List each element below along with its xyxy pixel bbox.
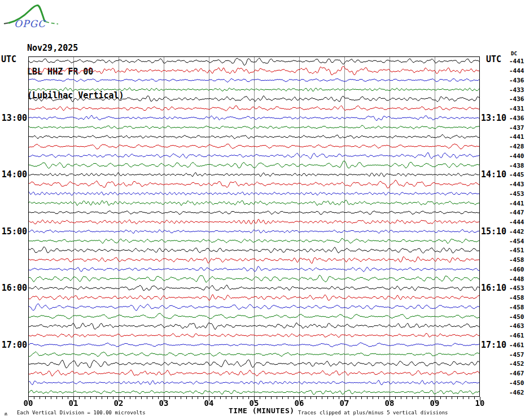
axis-tick-minor [186,397,187,399]
plot-border-top [28,56,480,57]
axis-tick-label: 00 [17,399,40,408]
dc-value: -431 [509,106,525,112]
left-time-label: 17:00 [0,340,27,349]
scale-note: Each Vertical Division = 100.00 microvol… [17,410,146,416]
dc-value: -428 [509,143,525,150]
dc-value: -467 [509,370,525,377]
axis-tick-minor [373,397,373,399]
dc-value: -441 [509,200,525,207]
plot-border-right [479,56,480,397]
axis-tick-minor [40,397,40,399]
axis-tick-minor [175,397,176,399]
axis-tick-minor [226,397,226,399]
dc-value: -451 [509,247,525,254]
axis-tick-minor [327,397,328,399]
dc-value: -436 [509,96,525,103]
dc-column-label: DC [511,51,517,56]
axis-tick-label: 03 [152,399,175,408]
axis-tick-minor [220,397,221,399]
axis-tick-minor [282,397,283,399]
dc-value: -444 [509,68,525,75]
axis-tick-minor [446,397,447,399]
axis-tick-label: 04 [198,399,220,408]
dc-value: -442 [509,229,525,235]
dc-value: -453 [509,191,525,198]
seismogram-traces [28,56,480,397]
dc-value: -444 [509,219,525,226]
dc-value: -450 [509,314,525,321]
dc-value: -436 [509,115,525,122]
dc-value: -452 [509,361,525,368]
logo-text: OPGC [14,18,46,29]
dc-value: -461 [509,333,525,339]
axis-tick-minor [130,397,130,399]
left-time-label: 15:00 [0,227,27,236]
dc-value: -448 [509,276,525,283]
axis-tick-minor [265,397,266,399]
dc-value: -457 [509,352,525,358]
dc-value: -461 [509,342,525,349]
record-date: Nov29,2025 [27,44,124,52]
dc-value: -458 [509,257,525,264]
dc-value: -450 [509,380,525,387]
axis-tick-minor [406,397,407,399]
axis-tick-minor [418,397,418,399]
axis-tick-minor [85,397,85,399]
dc-value: -433 [509,87,525,94]
dc-value: -462 [509,390,525,396]
axis-tick-minor [463,397,463,399]
axis-tick-minor [316,397,317,399]
seismogram-plot [28,56,480,397]
axis-tick-label: 07 [333,399,356,408]
left-time-label: 13:00 [0,113,27,123]
axis-tick-minor [271,397,272,399]
axis-tick-minor [412,397,413,399]
dc-value: -441 [509,58,525,65]
axis-tick-minor [102,397,102,399]
axis-tick-minor [401,397,401,399]
axis-tick-minor [310,397,311,399]
axis-tick-minor [56,397,57,399]
axis-tick-label: 10 [469,399,491,408]
dc-value: -458 [509,304,525,311]
axis-tick-label: 01 [62,399,85,408]
axis-tick-minor [181,397,181,399]
logo-right-dashes [46,22,58,24]
axis-tick-minor [322,397,322,399]
plot-border-left [28,56,29,397]
dc-value: -458 [509,295,525,301]
axis-tick-minor [45,397,46,399]
axis-tick-minor [51,397,51,399]
axis-tick-minor [147,397,147,399]
dc-value: -438 [509,163,525,169]
dc-value: -445 [509,172,525,178]
dc-value: -441 [509,134,525,141]
dc-value: -454 [509,238,525,245]
axis-tick-minor [96,397,97,399]
axis-tick-minor [457,397,458,399]
dc-value: -453 [509,285,525,292]
left-time-label: 14:00 [0,170,27,179]
axis-tick-minor [237,397,238,399]
dc-value: -463 [509,323,525,330]
opgc-logo: OPGC [3,2,60,29]
utc-label-right: UTC [486,54,501,64]
axis-tick-minor [361,397,362,399]
utc-label-left: UTC [1,54,16,64]
waveform-symbol: ʍ [5,412,7,417]
axis-tick-minor [192,397,193,399]
axis-tick-minor [452,397,452,399]
dc-value: -443 [509,181,525,188]
dc-value: -436 [509,77,525,84]
axis-tick-minor [90,397,91,399]
dc-value: -460 [509,266,525,273]
axis-tick-minor [356,397,356,399]
axis-tick-label: 08 [378,399,401,408]
axis-tick-minor [135,397,136,399]
dc-value: -447 [509,209,525,216]
dc-value: -440 [509,153,525,160]
axis-tick-minor [141,397,142,399]
clip-note: Traces clipped at plus/minus 5 vertical … [298,410,448,416]
time-axis-label: TIME (MINUTES) [229,406,295,415]
axis-tick-minor [277,397,277,399]
